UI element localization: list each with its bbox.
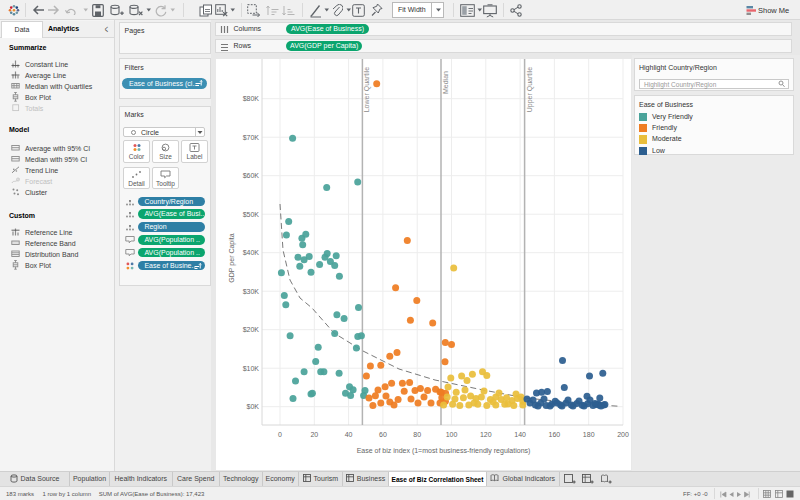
svg-text:40: 40 [345,431,353,438]
svg-text:Median: Median [442,71,449,94]
svg-text:$10K: $10K [243,365,260,372]
svg-text:$60K: $60K [243,172,260,179]
svg-text:$20K: $20K [243,326,260,333]
svg-text:$50K: $50K [243,211,260,218]
svg-text:$0K: $0K [247,403,260,410]
svg-text:100: 100 [446,431,458,438]
svg-text:80: 80 [413,431,421,438]
svg-text:140: 140 [514,431,526,438]
svg-text:160: 160 [549,431,561,438]
svg-text:0: 0 [278,431,282,438]
svg-text:Upper Quartile: Upper Quartile [526,67,534,113]
svg-text:$80K: $80K [243,95,260,102]
svg-text:200: 200 [617,431,629,438]
svg-text:$40K: $40K [243,249,260,256]
svg-text:Ease of biz index (1=most busi: Ease of biz index (1=most business-frien… [357,447,531,455]
svg-text:60: 60 [379,431,387,438]
svg-text:$70K: $70K [243,134,260,141]
svg-text:$30K: $30K [243,288,260,295]
svg-text:Lower Quartile: Lower Quartile [363,67,371,113]
svg-text:GDP per Capita: GDP per Capita [228,233,236,282]
svg-text:20: 20 [310,431,318,438]
svg-text:120: 120 [480,431,492,438]
svg-text:180: 180 [583,431,595,438]
